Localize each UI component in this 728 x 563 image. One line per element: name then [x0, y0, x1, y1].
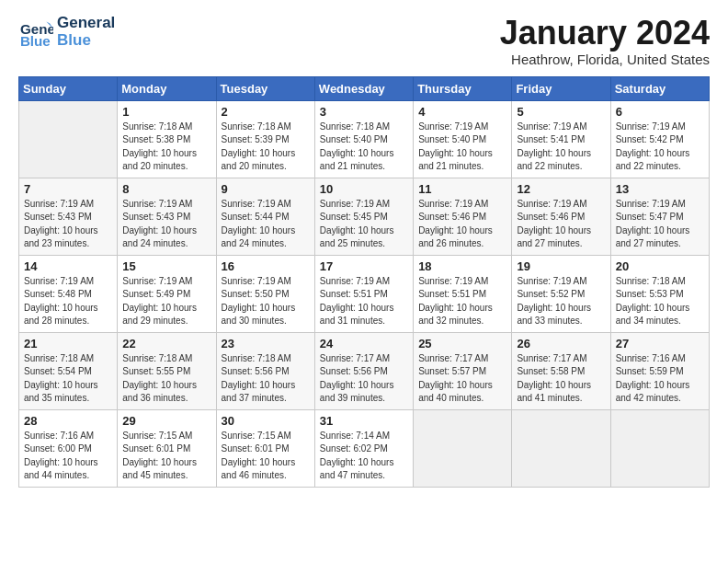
day-info: Sunrise: 7:18 AMSunset: 5:53 PMDaylight:… — [616, 275, 704, 328]
calendar-cell: 29 Sunrise: 7:15 AMSunset: 6:01 PMDaylig… — [118, 409, 216, 487]
calendar-cell — [414, 409, 512, 487]
svg-text:Blue: Blue — [20, 33, 51, 49]
day-number: 10 — [320, 182, 408, 196]
logo-text: General Blue — [57, 15, 115, 49]
calendar-cell: 24 Sunrise: 7:17 AMSunset: 5:56 PMDaylig… — [314, 332, 413, 409]
calendar-cell: 5 Sunrise: 7:19 AMSunset: 5:41 PMDayligh… — [512, 100, 610, 178]
logo-general: General — [57, 15, 115, 32]
weekday-header-sunday: Sunday — [19, 76, 118, 100]
calendar-cell: 8 Sunrise: 7:19 AMSunset: 5:43 PMDayligh… — [118, 178, 216, 255]
day-info: Sunrise: 7:19 AMSunset: 5:51 PMDaylight:… — [418, 275, 506, 328]
day-number: 23 — [222, 337, 310, 350]
day-info: Sunrise: 7:15 AMSunset: 6:01 PMDaylight:… — [122, 430, 210, 483]
day-number: 2 — [222, 105, 310, 119]
weekday-header-tuesday: Tuesday — [216, 76, 314, 100]
day-number: 29 — [122, 414, 210, 428]
day-info: Sunrise: 7:19 AMSunset: 5:45 PMDaylight:… — [320, 198, 408, 251]
day-info: Sunrise: 7:19 AMSunset: 5:46 PMDaylight:… — [517, 198, 605, 251]
day-info: Sunrise: 7:16 AMSunset: 5:59 PMDaylight:… — [616, 352, 704, 406]
weekday-header-thursday: Thursday — [414, 76, 512, 100]
day-number: 24 — [320, 337, 408, 350]
day-info: Sunrise: 7:19 AMSunset: 5:41 PMDaylight:… — [517, 121, 605, 174]
header: General Blue General Blue January 2024 H… — [18, 15, 710, 67]
calendar-cell: 1 Sunrise: 7:18 AMSunset: 5:38 PMDayligh… — [118, 100, 216, 178]
calendar-cell: 7 Sunrise: 7:19 AMSunset: 5:43 PMDayligh… — [19, 178, 118, 255]
day-number: 19 — [517, 259, 605, 273]
calendar-cell: 12 Sunrise: 7:19 AMSunset: 5:46 PMDaylig… — [512, 178, 610, 255]
day-number: 9 — [222, 182, 310, 196]
calendar-cell: 21 Sunrise: 7:18 AMSunset: 5:54 PMDaylig… — [19, 332, 118, 409]
day-number: 15 — [122, 259, 210, 273]
calendar-cell: 14 Sunrise: 7:19 AMSunset: 5:48 PMDaylig… — [19, 255, 118, 332]
day-info: Sunrise: 7:18 AMSunset: 5:40 PMDaylight:… — [320, 121, 408, 174]
calendar-cell: 30 Sunrise: 7:15 AMSunset: 6:01 PMDaylig… — [216, 409, 314, 487]
day-info: Sunrise: 7:19 AMSunset: 5:51 PMDaylight:… — [320, 275, 408, 328]
day-number: 28 — [24, 414, 112, 428]
weekday-header-friday: Friday — [512, 76, 610, 100]
day-info: Sunrise: 7:19 AMSunset: 5:52 PMDaylight:… — [517, 275, 605, 328]
day-number: 3 — [320, 105, 408, 119]
page: General Blue General Blue January 2024 H… — [0, 0, 728, 497]
calendar-cell: 28 Sunrise: 7:16 AMSunset: 6:00 PMDaylig… — [19, 409, 118, 487]
day-info: Sunrise: 7:17 AMSunset: 5:56 PMDaylight:… — [320, 352, 408, 406]
day-info: Sunrise: 7:18 AMSunset: 5:39 PMDaylight:… — [222, 121, 310, 174]
day-info: Sunrise: 7:19 AMSunset: 5:42 PMDaylight:… — [616, 121, 704, 174]
day-number: 13 — [616, 182, 704, 196]
day-number: 7 — [24, 182, 112, 196]
calendar-cell: 10 Sunrise: 7:19 AMSunset: 5:45 PMDaylig… — [314, 178, 413, 255]
day-info: Sunrise: 7:16 AMSunset: 6:00 PMDaylight:… — [24, 430, 112, 483]
calendar-cell: 23 Sunrise: 7:18 AMSunset: 5:56 PMDaylig… — [216, 332, 314, 409]
title-block: January 2024 Heathrow, Florida, United S… — [500, 15, 710, 67]
day-number: 22 — [122, 337, 210, 350]
day-number: 18 — [418, 259, 506, 273]
day-info: Sunrise: 7:19 AMSunset: 5:49 PMDaylight:… — [122, 275, 210, 328]
calendar-cell: 11 Sunrise: 7:19 AMSunset: 5:46 PMDaylig… — [414, 178, 512, 255]
calendar-cell: 19 Sunrise: 7:19 AMSunset: 5:52 PMDaylig… — [512, 255, 610, 332]
day-number: 8 — [122, 182, 210, 196]
day-number: 4 — [418, 105, 506, 119]
calendar-cell: 17 Sunrise: 7:19 AMSunset: 5:51 PMDaylig… — [314, 255, 413, 332]
day-info: Sunrise: 7:19 AMSunset: 5:48 PMDaylight:… — [24, 275, 112, 328]
day-info: Sunrise: 7:19 AMSunset: 5:43 PMDaylight:… — [24, 198, 112, 251]
day-info: Sunrise: 7:19 AMSunset: 5:46 PMDaylight:… — [418, 198, 506, 251]
logo-icon: General Blue — [18, 15, 53, 50]
week-row-1: 1 Sunrise: 7:18 AMSunset: 5:38 PMDayligh… — [19, 100, 710, 178]
day-info: Sunrise: 7:19 AMSunset: 5:50 PMDaylight:… — [222, 275, 310, 328]
weekday-header-wednesday: Wednesday — [314, 76, 413, 100]
calendar-cell: 2 Sunrise: 7:18 AMSunset: 5:39 PMDayligh… — [216, 100, 314, 178]
calendar-cell: 4 Sunrise: 7:19 AMSunset: 5:40 PMDayligh… — [414, 100, 512, 178]
day-info: Sunrise: 7:18 AMSunset: 5:56 PMDaylight:… — [222, 352, 310, 406]
day-info: Sunrise: 7:17 AMSunset: 5:57 PMDaylight:… — [418, 352, 506, 406]
day-info: Sunrise: 7:14 AMSunset: 6:02 PMDaylight:… — [320, 430, 408, 483]
calendar-cell: 25 Sunrise: 7:17 AMSunset: 5:57 PMDaylig… — [414, 332, 512, 409]
day-number: 16 — [222, 259, 310, 273]
calendar-cell — [512, 409, 610, 487]
calendar-cell: 31 Sunrise: 7:14 AMSunset: 6:02 PMDaylig… — [314, 409, 413, 487]
calendar-cell: 20 Sunrise: 7:18 AMSunset: 5:53 PMDaylig… — [610, 255, 709, 332]
week-row-4: 21 Sunrise: 7:18 AMSunset: 5:54 PMDaylig… — [19, 332, 710, 409]
day-number: 17 — [320, 259, 408, 273]
weekday-header-saturday: Saturday — [610, 76, 709, 100]
calendar-cell — [610, 409, 709, 487]
day-info: Sunrise: 7:18 AMSunset: 5:38 PMDaylight:… — [122, 121, 210, 174]
day-number: 6 — [616, 105, 704, 119]
day-number: 25 — [418, 337, 506, 350]
day-number: 12 — [517, 182, 605, 196]
calendar-cell: 16 Sunrise: 7:19 AMSunset: 5:50 PMDaylig… — [216, 255, 314, 332]
week-row-3: 14 Sunrise: 7:19 AMSunset: 5:48 PMDaylig… — [19, 255, 710, 332]
calendar-cell: 13 Sunrise: 7:19 AMSunset: 5:47 PMDaylig… — [610, 178, 709, 255]
calendar-cell: 27 Sunrise: 7:16 AMSunset: 5:59 PMDaylig… — [610, 332, 709, 409]
week-row-5: 28 Sunrise: 7:16 AMSunset: 6:00 PMDaylig… — [19, 409, 710, 487]
day-info: Sunrise: 7:15 AMSunset: 6:01 PMDaylight:… — [222, 430, 310, 483]
calendar-table: SundayMondayTuesdayWednesdayThursdayFrid… — [18, 76, 710, 488]
location: Heathrow, Florida, United States — [500, 52, 710, 67]
day-info: Sunrise: 7:19 AMSunset: 5:40 PMDaylight:… — [418, 121, 506, 174]
calendar-cell: 15 Sunrise: 7:19 AMSunset: 5:49 PMDaylig… — [118, 255, 216, 332]
weekday-header-monday: Monday — [118, 76, 216, 100]
calendar-cell: 18 Sunrise: 7:19 AMSunset: 5:51 PMDaylig… — [414, 255, 512, 332]
day-info: Sunrise: 7:18 AMSunset: 5:54 PMDaylight:… — [24, 352, 112, 406]
day-number: 11 — [418, 182, 506, 196]
day-number: 26 — [517, 337, 605, 350]
day-info: Sunrise: 7:17 AMSunset: 5:58 PMDaylight:… — [517, 352, 605, 406]
calendar-cell: 3 Sunrise: 7:18 AMSunset: 5:40 PMDayligh… — [314, 100, 413, 178]
